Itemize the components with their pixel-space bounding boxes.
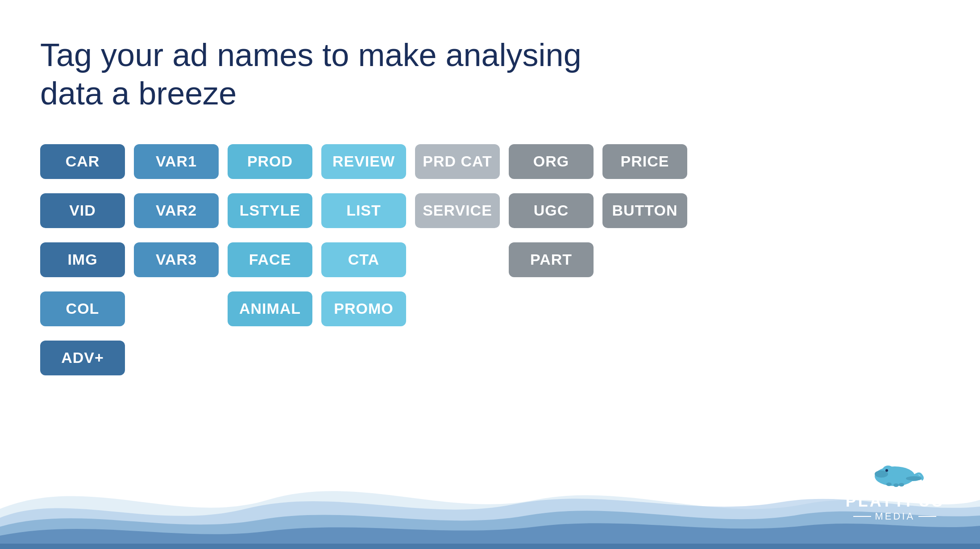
- waves-decoration: [0, 384, 980, 549]
- tag-col[interactable]: COL: [40, 291, 125, 326]
- page-title: Tag your ad names to make analysing data…: [40, 36, 620, 113]
- tag-org[interactable]: ORG: [509, 144, 594, 179]
- tag-part[interactable]: PART: [509, 242, 594, 277]
- svg-point-7: [886, 482, 892, 486]
- divider-line-left: [853, 516, 871, 517]
- logo: PLATYPUS MEDIA: [846, 458, 944, 522]
- tag-promo[interactable]: PROMO: [321, 291, 406, 326]
- tag-lstyle[interactable]: LSTYLE: [228, 193, 312, 228]
- tags-grid: CAR VAR1 PROD REVIEW PRD CAT ORG PRICE V…: [40, 144, 940, 381]
- main-content: Tag your ad names to make analysing data…: [0, 0, 980, 381]
- divider-line-right: [918, 516, 936, 517]
- tag-ugc[interactable]: UGC: [509, 193, 594, 228]
- tag-service[interactable]: SERVICE: [415, 193, 500, 228]
- platypus-icon: [866, 458, 924, 492]
- tag-review[interactable]: REVIEW: [321, 144, 406, 179]
- tag-face[interactable]: FACE: [228, 242, 312, 277]
- tag-vid[interactable]: VID: [40, 193, 125, 228]
- logo-media: MEDIA: [875, 511, 915, 522]
- tag-price[interactable]: PRICE: [602, 144, 687, 179]
- svg-rect-0: [0, 544, 980, 549]
- svg-point-8: [893, 483, 899, 487]
- svg-point-9: [899, 483, 904, 487]
- svg-point-3: [906, 476, 922, 481]
- tag-img[interactable]: IMG: [40, 242, 125, 277]
- tag-var2[interactable]: VAR2: [134, 193, 219, 228]
- tag-cta[interactable]: CTA: [321, 242, 406, 277]
- tag-list[interactable]: LIST: [321, 193, 406, 228]
- svg-point-6: [885, 469, 888, 472]
- tag-animal[interactable]: ANIMAL: [228, 291, 312, 326]
- tag-prd-cat[interactable]: PRD CAT: [415, 144, 500, 179]
- tag-adv[interactable]: ADV+: [40, 341, 125, 375]
- tag-car[interactable]: CAR: [40, 144, 125, 179]
- tag-var3[interactable]: VAR3: [134, 242, 219, 277]
- logo-divider: MEDIA: [853, 511, 936, 522]
- logo-name: PLATYPUS: [846, 492, 944, 511]
- tag-var1[interactable]: VAR1: [134, 144, 219, 179]
- tag-prod[interactable]: PROD: [228, 144, 312, 179]
- tag-button[interactable]: BUTTON: [602, 193, 687, 228]
